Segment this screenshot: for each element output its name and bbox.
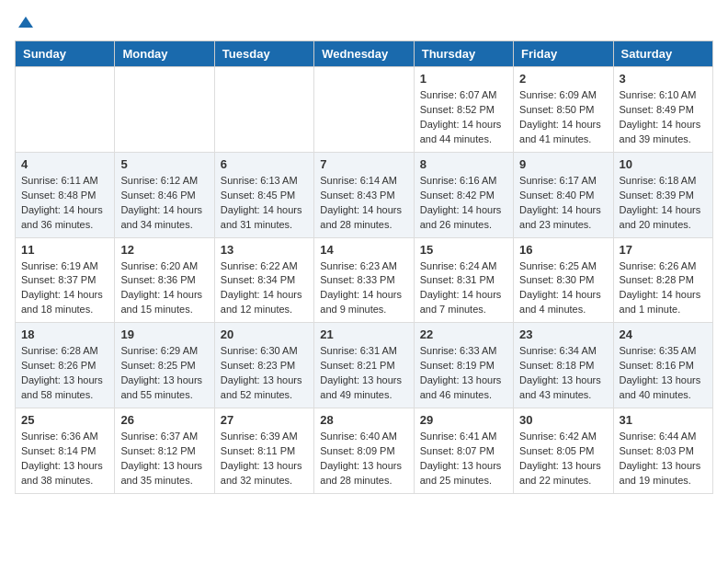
- calendar-cell: 20Sunrise: 6:30 AM Sunset: 8:23 PM Dayli…: [214, 323, 313, 408]
- calendar-cell: 2Sunrise: 6:09 AM Sunset: 8:50 PM Daylig…: [514, 67, 613, 153]
- calendar-cell: 15Sunrise: 6:24 AM Sunset: 8:31 PM Dayli…: [414, 237, 513, 323]
- day-number: 7: [320, 157, 407, 171]
- calendar-week-row: 11Sunrise: 6:19 AM Sunset: 8:37 PM Dayli…: [16, 237, 713, 323]
- calendar-cell: 31Sunrise: 6:44 AM Sunset: 8:03 PM Dayli…: [613, 408, 712, 494]
- calendar-cell: 9Sunrise: 6:17 AM Sunset: 8:40 PM Daylig…: [514, 152, 613, 237]
- calendar-cell: 19Sunrise: 6:29 AM Sunset: 8:25 PM Dayli…: [115, 323, 214, 408]
- calendar-cell: 29Sunrise: 6:41 AM Sunset: 8:07 PM Dayli…: [414, 408, 513, 494]
- day-number: 30: [519, 413, 607, 427]
- calendar-cell: 30Sunrise: 6:42 AM Sunset: 8:05 PM Dayli…: [514, 408, 613, 494]
- day-number: 24: [620, 327, 707, 341]
- day-number: 9: [519, 157, 607, 171]
- calendar-week-row: 4Sunrise: 6:11 AM Sunset: 8:48 PM Daylig…: [16, 152, 713, 237]
- calendar-cell: 3Sunrise: 6:10 AM Sunset: 8:49 PM Daylig…: [613, 67, 712, 153]
- calendar-cell: 23Sunrise: 6:34 AM Sunset: 8:18 PM Dayli…: [514, 323, 613, 408]
- calendar-cell: 28Sunrise: 6:40 AM Sunset: 8:09 PM Dayli…: [314, 408, 414, 494]
- calendar-cell: 12Sunrise: 6:20 AM Sunset: 8:36 PM Dayli…: [115, 237, 214, 323]
- day-number: 1: [420, 72, 507, 86]
- day-number: 26: [120, 413, 208, 427]
- day-number: 18: [21, 327, 108, 341]
- calendar-cell: 1Sunrise: 6:07 AM Sunset: 8:52 PM Daylig…: [414, 67, 513, 153]
- day-number: 5: [120, 157, 208, 171]
- calendar-week-row: 25Sunrise: 6:36 AM Sunset: 8:14 PM Dayli…: [16, 408, 713, 494]
- weekday-header-wednesday: Wednesday: [314, 41, 414, 67]
- header: [15, 15, 713, 29]
- logo-icon: [17, 15, 35, 33]
- weekday-header-saturday: Saturday: [613, 41, 712, 67]
- weekday-header-thursday: Thursday: [414, 41, 513, 67]
- calendar-cell: 25Sunrise: 6:36 AM Sunset: 8:14 PM Dayli…: [16, 408, 115, 494]
- calendar-cell: 21Sunrise: 6:31 AM Sunset: 8:21 PM Dayli…: [314, 323, 414, 408]
- day-info: Sunrise: 6:29 AM Sunset: 8:25 PM Dayligh…: [120, 344, 208, 403]
- calendar-cell: [16, 67, 115, 153]
- day-info: Sunrise: 6:28 AM Sunset: 8:26 PM Dayligh…: [21, 344, 108, 403]
- day-info: Sunrise: 6:13 AM Sunset: 8:45 PM Dayligh…: [221, 174, 308, 233]
- day-number: 15: [420, 243, 507, 257]
- calendar-week-row: 1Sunrise: 6:07 AM Sunset: 8:52 PM Daylig…: [16, 67, 713, 153]
- calendar-cell: 6Sunrise: 6:13 AM Sunset: 8:45 PM Daylig…: [214, 152, 313, 237]
- day-info: Sunrise: 6:19 AM Sunset: 8:37 PM Dayligh…: [21, 259, 108, 318]
- calendar-cell: 13Sunrise: 6:22 AM Sunset: 8:34 PM Dayli…: [214, 237, 313, 323]
- calendar-week-row: 18Sunrise: 6:28 AM Sunset: 8:26 PM Dayli…: [16, 323, 713, 408]
- day-number: 29: [420, 413, 507, 427]
- day-info: Sunrise: 6:12 AM Sunset: 8:46 PM Dayligh…: [120, 174, 208, 233]
- day-info: Sunrise: 6:17 AM Sunset: 8:40 PM Dayligh…: [519, 174, 607, 233]
- calendar-cell: 26Sunrise: 6:37 AM Sunset: 8:12 PM Dayli…: [115, 408, 214, 494]
- calendar-cell: 17Sunrise: 6:26 AM Sunset: 8:28 PM Dayli…: [613, 237, 712, 323]
- day-info: Sunrise: 6:40 AM Sunset: 8:09 PM Dayligh…: [320, 430, 407, 488]
- day-number: 14: [320, 243, 407, 257]
- day-info: Sunrise: 6:34 AM Sunset: 8:18 PM Dayligh…: [519, 344, 607, 403]
- day-info: Sunrise: 6:22 AM Sunset: 8:34 PM Dayligh…: [221, 259, 308, 318]
- calendar-cell: 27Sunrise: 6:39 AM Sunset: 8:11 PM Dayli…: [214, 408, 313, 494]
- day-info: Sunrise: 6:07 AM Sunset: 8:52 PM Dayligh…: [420, 88, 507, 147]
- day-number: 4: [21, 157, 108, 171]
- calendar-cell: 22Sunrise: 6:33 AM Sunset: 8:19 PM Dayli…: [414, 323, 513, 408]
- day-info: Sunrise: 6:25 AM Sunset: 8:30 PM Dayligh…: [519, 259, 607, 318]
- day-number: 28: [320, 413, 407, 427]
- day-number: 8: [420, 157, 507, 171]
- weekday-header-friday: Friday: [514, 41, 613, 67]
- day-info: Sunrise: 6:42 AM Sunset: 8:05 PM Dayligh…: [519, 430, 607, 488]
- day-number: 23: [519, 327, 607, 341]
- calendar-cell: 4Sunrise: 6:11 AM Sunset: 8:48 PM Daylig…: [16, 152, 115, 237]
- day-info: Sunrise: 6:44 AM Sunset: 8:03 PM Dayligh…: [620, 430, 707, 488]
- weekday-header-monday: Monday: [115, 41, 214, 67]
- day-info: Sunrise: 6:31 AM Sunset: 8:21 PM Dayligh…: [320, 344, 407, 403]
- day-info: Sunrise: 6:26 AM Sunset: 8:28 PM Dayligh…: [620, 259, 707, 318]
- weekday-header-row: SundayMondayTuesdayWednesdayThursdayFrid…: [16, 41, 713, 67]
- weekday-header-sunday: Sunday: [16, 41, 115, 67]
- day-number: 31: [620, 413, 707, 427]
- day-info: Sunrise: 6:10 AM Sunset: 8:49 PM Dayligh…: [620, 88, 707, 147]
- day-number: 2: [519, 72, 607, 86]
- calendar-cell: 14Sunrise: 6:23 AM Sunset: 8:33 PM Dayli…: [314, 237, 414, 323]
- svg-marker-0: [18, 17, 33, 28]
- day-number: 10: [620, 157, 707, 171]
- day-info: Sunrise: 6:20 AM Sunset: 8:36 PM Dayligh…: [120, 259, 208, 318]
- day-number: 16: [519, 243, 607, 257]
- day-number: 21: [320, 327, 407, 341]
- day-number: 3: [620, 72, 707, 86]
- day-number: 13: [221, 243, 308, 257]
- day-number: 6: [221, 157, 308, 171]
- weekday-header-tuesday: Tuesday: [214, 41, 313, 67]
- calendar-cell: 11Sunrise: 6:19 AM Sunset: 8:37 PM Dayli…: [16, 237, 115, 323]
- calendar-cell: [214, 67, 313, 153]
- calendar-cell: 24Sunrise: 6:35 AM Sunset: 8:16 PM Dayli…: [613, 323, 712, 408]
- calendar-cell: 5Sunrise: 6:12 AM Sunset: 8:46 PM Daylig…: [115, 152, 214, 237]
- day-info: Sunrise: 6:09 AM Sunset: 8:50 PM Dayligh…: [519, 88, 607, 147]
- day-info: Sunrise: 6:24 AM Sunset: 8:31 PM Dayligh…: [420, 259, 507, 318]
- calendar-cell: 7Sunrise: 6:14 AM Sunset: 8:43 PM Daylig…: [314, 152, 414, 237]
- day-info: Sunrise: 6:33 AM Sunset: 8:19 PM Dayligh…: [420, 344, 507, 403]
- day-number: 12: [120, 243, 208, 257]
- day-info: Sunrise: 6:14 AM Sunset: 8:43 PM Dayligh…: [320, 174, 407, 233]
- day-info: Sunrise: 6:16 AM Sunset: 8:42 PM Dayligh…: [420, 174, 507, 233]
- day-info: Sunrise: 6:18 AM Sunset: 8:39 PM Dayligh…: [620, 174, 707, 233]
- calendar: SundayMondayTuesdayWednesdayThursdayFrid…: [15, 40, 713, 494]
- calendar-cell: [314, 67, 414, 153]
- day-number: 11: [21, 243, 108, 257]
- calendar-cell: [115, 67, 214, 153]
- day-info: Sunrise: 6:39 AM Sunset: 8:11 PM Dayligh…: [221, 430, 308, 488]
- calendar-cell: 10Sunrise: 6:18 AM Sunset: 8:39 PM Dayli…: [613, 152, 712, 237]
- day-number: 17: [620, 243, 707, 257]
- day-info: Sunrise: 6:23 AM Sunset: 8:33 PM Dayligh…: [320, 259, 407, 318]
